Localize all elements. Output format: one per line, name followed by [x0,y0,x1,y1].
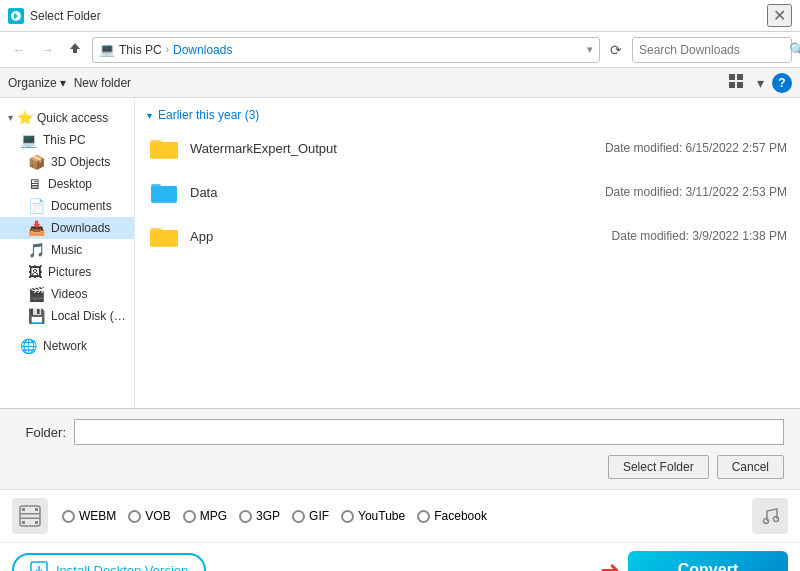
radio-3gp[interactable] [239,510,252,523]
svg-rect-19 [20,513,40,515]
view-dropdown-button[interactable]: ▾ [753,73,768,93]
app-icon [8,8,24,24]
radio-vob[interactable] [128,510,141,523]
path-current: Downloads [173,43,232,57]
toolbar-right: ▾ ? [725,72,792,93]
this-pc-icon: 💻 [20,132,37,148]
format-gif[interactable]: GIF [288,507,333,525]
pictures-icon: 🖼 [28,264,42,280]
youtube-label: YouTube [358,509,405,523]
svg-rect-20 [20,518,40,520]
section-header[interactable]: ▾ Earlier this year (3) [135,104,800,126]
gif-label: GIF [309,509,329,523]
format-mpg[interactable]: MPG [179,507,231,525]
svg-rect-1 [729,74,735,80]
sidebar-item-documents[interactable]: 📄 Documents [0,195,134,217]
format-options: WEBM VOB MPG 3GP GIF YouTube [58,507,742,525]
format-3gp[interactable]: 3GP [235,507,284,525]
file-name: App [190,229,612,244]
search-icon: 🔍 [789,42,800,57]
sidebar-item-3d-objects[interactable]: 📦 3D Objects [0,151,134,173]
sidebar-item-desktop[interactable]: 🖥 Desktop [0,173,134,195]
file-list: ▾ Earlier this year (3) WatermarkExpert_… [135,98,800,408]
file-name: Data [190,185,605,200]
quick-access-label: Quick access [37,111,108,125]
folder-input[interactable] [74,419,784,445]
file-name: WatermarkExpert_Output [190,141,605,156]
file-info: Data [190,185,605,200]
documents-icon: 📄 [28,198,45,214]
format-bar: WEBM VOB MPG 3GP GIF YouTube [0,490,800,543]
sidebar-quick-access[interactable]: ▾ ⭐ Quick access [0,106,134,129]
table-row[interactable]: WatermarkExpert_Output Date modified: 6/… [135,126,800,170]
3d-objects-icon: 📦 [28,154,45,170]
arrow-convert-area: ➜ Convert [600,551,788,571]
film-icon-left [12,498,48,534]
format-youtube[interactable]: YouTube [337,507,409,525]
file-meta: Date modified: 3/11/2022 2:53 PM [605,185,787,199]
table-row[interactable]: Data Date modified: 3/11/2022 2:53 PM [135,170,800,214]
install-desktop-button[interactable]: Install Desktop Version [12,553,206,571]
select-folder-button[interactable]: Select Folder [608,455,709,479]
format-facebook[interactable]: Facebook [413,507,491,525]
folder-icon [148,132,180,164]
second-toolbar: Organize ▾ New folder ▾ ? [0,68,800,98]
sidebar: ▾ ⭐ Quick access 💻 This PC 📦 3D Objects … [0,98,135,408]
arrow-right-icon: ➜ [600,556,620,571]
radio-youtube[interactable] [341,510,354,523]
table-row[interactable]: App Date modified: 3/9/2022 1:38 PM [135,214,800,258]
search-input[interactable] [639,43,789,57]
convert-button[interactable]: Convert [628,551,788,571]
format-webm[interactable]: WEBM [58,507,120,525]
format-vob[interactable]: VOB [124,507,174,525]
cancel-button[interactable]: Cancel [717,455,784,479]
quick-access-icon: ⭐ [17,110,33,125]
file-info: App [190,229,612,244]
folder-icon [148,176,180,208]
file-meta: Date modified: 6/15/2022 2:57 PM [605,141,787,155]
new-folder-button[interactable]: New folder [74,76,131,90]
svg-point-21 [764,519,769,524]
view-button[interactable] [725,72,749,93]
radio-gif[interactable] [292,510,305,523]
path-root: This PC [119,43,162,57]
up-button[interactable] [64,39,86,60]
title-bar: Select Folder ✕ [0,0,800,32]
help-button[interactable]: ? [772,73,792,93]
refresh-button[interactable]: ⟳ [606,40,626,60]
sidebar-item-local-disk[interactable]: 💾 Local Disk (C:) [0,305,134,327]
organize-button[interactable]: Organize ▾ [8,76,66,90]
webm-label: WEBM [79,509,116,523]
sidebar-item-this-pc[interactable]: 💻 This PC [0,129,134,151]
svg-rect-13 [150,230,178,246]
radio-webm[interactable] [62,510,75,523]
network-icon: 🌐 [20,338,37,354]
radio-facebook[interactable] [417,510,430,523]
radio-mpg[interactable] [183,510,196,523]
button-row: Select Folder Cancel [16,455,784,479]
folder-icon [148,220,180,252]
address-path: 💻 This PC › Downloads [99,42,583,57]
explorer-toolbar: ← → 💻 This PC › Downloads ▾ ⟳ 🔍 [0,32,800,68]
facebook-label: Facebook [434,509,487,523]
address-dropdown-icon[interactable]: ▾ [587,43,593,56]
search-box: 🔍 [632,37,792,63]
svg-rect-16 [35,508,38,511]
svg-point-22 [774,517,779,522]
sidebar-item-network[interactable]: 🌐 Network [0,335,134,357]
music-icon: 🎵 [28,242,45,258]
sidebar-item-downloads[interactable]: 📥 Downloads [0,217,134,239]
downloads-icon: 📥 [28,220,45,236]
forward-button[interactable]: → [36,40,58,60]
sidebar-item-music[interactable]: 🎵 Music [0,239,134,261]
folder-row: Folder: [16,419,784,445]
back-button[interactable]: ← [8,40,30,60]
sidebar-item-videos[interactable]: 🎬 Videos [0,283,134,305]
bottom-section: Folder: Select Folder Cancel [0,408,800,489]
action-bar: Install Desktop Version ➜ Convert [0,543,800,571]
3gp-label: 3GP [256,509,280,523]
section-chevron: ▾ [147,110,152,121]
close-button[interactable]: ✕ [767,4,792,27]
svg-rect-15 [22,508,25,511]
sidebar-item-pictures[interactable]: 🖼 Pictures [0,261,134,283]
